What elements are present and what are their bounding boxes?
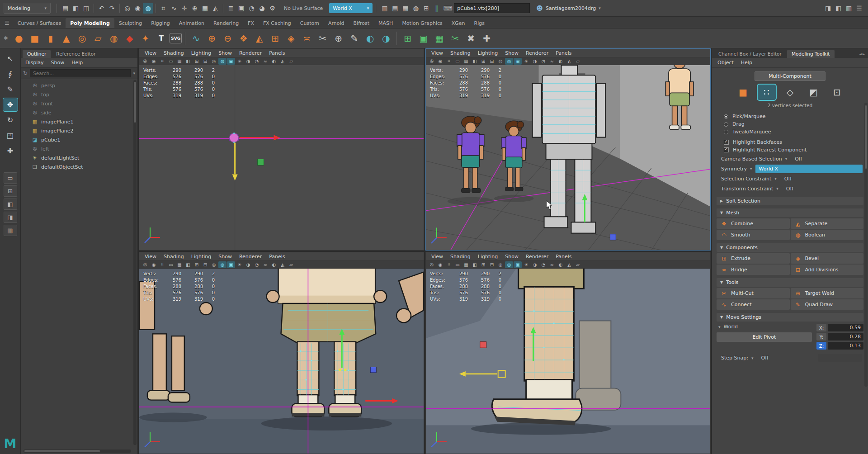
tools-section-header[interactable]: ▼ Tools: [717, 278, 863, 287]
viewport-lock-camera-icon[interactable]: ◉: [436, 261, 444, 268]
viewport-isolate-select-icon[interactable]: ◭: [565, 261, 573, 268]
shelf-tab[interactable]: Arnold: [324, 18, 349, 28]
snap-curve-icon[interactable]: ∿: [169, 3, 179, 14]
smooth-icon[interactable]: ◑: [378, 31, 393, 46]
viewport-menu-item[interactable]: Lighting: [188, 254, 215, 260]
bridge-button[interactable]: ≍ Bridge: [717, 265, 790, 275]
viewport-menu-item[interactable]: Renderer: [236, 254, 265, 260]
multi-cut-icon[interactable]: ✂: [315, 31, 330, 46]
scale-tool-icon[interactable]: ◰: [3, 129, 18, 142]
viewport-wireframe-icon[interactable]: ◎: [210, 58, 218, 65]
viewport-gate-mask-icon[interactable]: ◧: [184, 58, 192, 65]
tabs-prev-icon[interactable]: ◄: [859, 52, 862, 56]
layout-outliner-persp-icon[interactable]: ▥: [4, 225, 17, 236]
viewport-resolution-gate-icon[interactable]: ▦: [462, 261, 470, 268]
snap-point-icon[interactable]: ✛: [179, 3, 189, 14]
make-live-icon[interactable]: ◭: [210, 3, 221, 14]
quad-draw-button[interactable]: ✎ Quad Draw: [791, 299, 864, 310]
symmetry-dropdown[interactable]: World X ▾: [329, 3, 373, 13]
sidebar-tool-settings-icon[interactable]: ◧: [833, 3, 844, 14]
uv-cut-sew-icon[interactable]: ✂: [448, 31, 462, 46]
extrude-button[interactable]: ⊞ Extrude: [717, 253, 790, 264]
shelf-tab[interactable]: Rigs: [470, 18, 489, 28]
chevron-down-icon[interactable]: ▾: [133, 71, 135, 76]
viewport-safe-action-icon[interactable]: ⊞: [193, 58, 201, 65]
poly-cone-icon[interactable]: ▲: [59, 31, 74, 46]
viewport-menu-item[interactable]: Shading: [447, 50, 474, 56]
combine-icon[interactable]: ❖: [236, 31, 251, 46]
viewport-ao-icon[interactable]: ◔: [539, 58, 547, 65]
sidebar-attribute-editor-icon[interactable]: ◨: [823, 3, 833, 14]
viewport-ao-icon[interactable]: ◔: [253, 261, 261, 268]
axis-orientation-dropdown[interactable]: ▾ World: [717, 324, 812, 330]
viewport-antialias-icon[interactable]: ≈: [548, 58, 556, 65]
right-panel-tab[interactable]: Modeling Toolkit: [787, 50, 835, 58]
move-settings-header[interactable]: ▼ Move Settings: [717, 313, 863, 322]
poly-platonic-icon[interactable]: ◆: [122, 31, 137, 46]
viewport-resolution-gate-icon[interactable]: ▦: [175, 58, 184, 65]
multi-cut-button[interactable]: ✂ Multi-Cut: [717, 288, 790, 298]
freeze-transform-icon[interactable]: ✚: [479, 31, 494, 46]
viewport-menu-item[interactable]: Show: [501, 50, 522, 56]
viewport-shaded-icon[interactable]: ◍: [218, 58, 226, 65]
viewport-safe-title-icon[interactable]: ⊟: [201, 261, 209, 268]
viewport-menu-item[interactable]: Renderer: [522, 254, 552, 260]
sweep-mesh-icon[interactable]: ∿: [189, 31, 203, 46]
viewport-menu-item[interactable]: Show: [215, 50, 236, 56]
account-menu[interactable]: ☻ Santiagosm2004drg ▾: [536, 5, 600, 12]
viewport-lights-icon[interactable]: ☀: [522, 58, 530, 65]
viewport-front-canvas[interactable]: Verts:2902902 Edges:5765760 Faces:288288…: [139, 269, 424, 454]
viewport-safe-action-icon[interactable]: ⊞: [479, 261, 487, 268]
uv-layout-icon[interactable]: ▦: [432, 31, 447, 46]
viewport-menu-item[interactable]: Show: [215, 254, 236, 260]
search-input[interactable]: [30, 69, 131, 77]
shelf-tab[interactable]: Bifrost: [349, 18, 374, 28]
viewport-grid-icon[interactable]: ⌗: [158, 261, 166, 268]
bridge-icon[interactable]: ≍: [299, 31, 314, 46]
viewport-top-canvas[interactable]: Verts:2902902 Edges:5765760 Faces:288288…: [139, 65, 424, 250]
viewport-menu-item[interactable]: Lighting: [474, 254, 501, 260]
viewport-xray-icon[interactable]: ◐: [270, 58, 278, 65]
step-snap-row[interactable]: Step Snap: ▾ Off: [717, 354, 863, 362]
multilister-icon[interactable]: ▦: [400, 3, 410, 14]
outliner-item-imageplane1[interactable]: ▦ imagePlane1: [21, 117, 137, 126]
toolkit-menu-item[interactable]: Object: [717, 60, 734, 66]
bevel-button[interactable]: ◈ Bevel: [791, 253, 864, 264]
viewport-shaded-icon[interactable]: ◍: [505, 261, 513, 268]
pause-icon[interactable]: ‖: [431, 3, 442, 14]
outliner-item-persp[interactable]: ✇ persp: [21, 81, 137, 90]
viewport-antialias-icon[interactable]: ≈: [261, 58, 269, 65]
viewport-menu-item[interactable]: View: [428, 254, 447, 260]
viewport-select-camera-icon[interactable]: ✇: [141, 58, 149, 65]
add-divisions-button[interactable]: ⊟ Add Divisions: [791, 265, 864, 275]
viewport-shadows-icon[interactable]: ◑: [531, 58, 539, 65]
uv-snapshot-icon[interactable]: ▣: [416, 31, 431, 46]
layout-two-pane-stacked-icon[interactable]: ◨: [4, 212, 17, 223]
outliner-vertical-scrollbar[interactable]: [133, 80, 137, 445]
viewport-film-gate-icon[interactable]: ▭: [453, 58, 462, 65]
shelf-tab[interactable]: FX Caching: [259, 18, 296, 28]
viewport-image-plane-icon[interactable]: ▱: [287, 261, 295, 268]
viewport-lock-camera-icon[interactable]: ◉: [436, 58, 444, 65]
sidebar-channel-box-icon[interactable]: ▥: [844, 3, 854, 14]
viewport-image-plane-icon[interactable]: ▱: [574, 261, 582, 268]
poly-torus-icon[interactable]: ◎: [75, 31, 90, 46]
snap-center-icon[interactable]: ⊕: [189, 3, 200, 14]
input-line-icon[interactable]: ⌨: [443, 3, 453, 14]
viewport-isolate-select-icon[interactable]: ◭: [278, 58, 287, 65]
boolean-union-icon[interactable]: ⊕: [204, 31, 219, 46]
viewport-menu-item[interactable]: Shading: [160, 254, 188, 260]
connect-button[interactable]: ∿ Connect: [717, 299, 790, 310]
viewport-safe-title-icon[interactable]: ⊟: [201, 58, 209, 65]
bevel-icon[interactable]: ◈: [283, 31, 298, 46]
radio-drag[interactable]: Drag: [717, 120, 863, 128]
tabs-next-icon[interactable]: ►: [863, 52, 865, 56]
transform-constraint-row[interactable]: Transform Constraint ▾ Off: [717, 184, 863, 194]
viewport-isolate-select-icon[interactable]: ◭: [565, 58, 573, 65]
axis-value-field[interactable]: 0.13: [828, 342, 863, 350]
viewport-menu-item[interactable]: View: [141, 254, 160, 260]
quad-draw-icon[interactable]: ✎: [347, 31, 362, 46]
viewport-ao-icon[interactable]: ◔: [253, 58, 261, 65]
outliner-item-left[interactable]: ✇ left: [21, 144, 137, 153]
viewport-shadows-icon[interactable]: ◑: [244, 58, 252, 65]
